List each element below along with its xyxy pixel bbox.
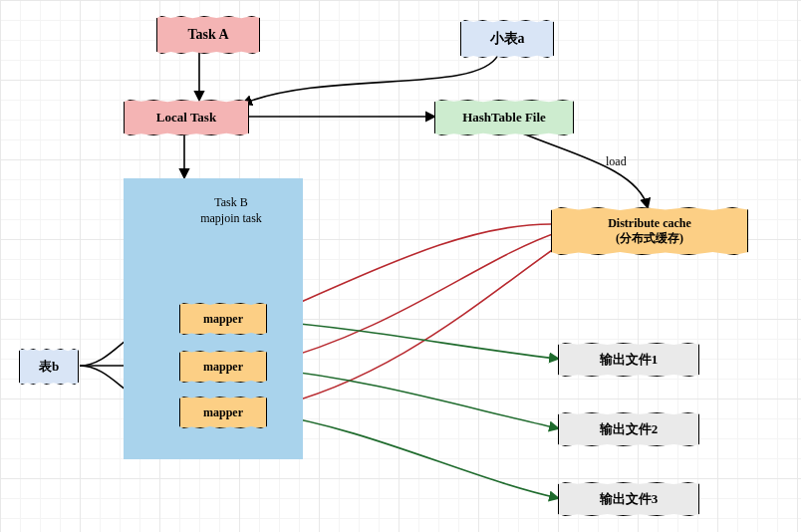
node-taskB-label: Task B mapjoin task: [171, 195, 291, 226]
node-mapper3-label: mapper: [203, 405, 243, 420]
node-dist-cache-label: Distribute cache (分布式缓存): [608, 216, 691, 246]
node-out1: 输出文件1: [558, 343, 699, 377]
node-mapper2: mapper: [179, 351, 267, 383]
node-mapper2-label: mapper: [203, 360, 243, 375]
edge-cache-mapper1: [267, 224, 551, 317]
node-tableB-label: 表b: [39, 358, 59, 376]
edge-mapper3-out3: [266, 413, 558, 498]
edge-hashTable-distCache: [523, 133, 648, 207]
edges-layer: [0, 0, 801, 532]
node-hashtable: HashTable File: [434, 100, 574, 135]
node-local-task: Local Task: [124, 100, 249, 135]
edge-mapper1-out1: [266, 321, 558, 359]
node-mapper1-label: mapper: [203, 312, 243, 327]
node-out2: 输出文件2: [558, 412, 699, 446]
node-local-task-label: Local Task: [156, 110, 216, 126]
node-small-table: 小表a: [460, 20, 554, 58]
edge-cache-mapper3: [267, 237, 571, 408]
node-mapper1: mapper: [179, 303, 267, 335]
node-out3: 输出文件3: [558, 482, 699, 516]
node-out3-label: 输出文件3: [600, 490, 659, 508]
node-dist-cache: Distribute cache (分布式缓存): [551, 207, 748, 255]
node-tableB: 表b: [19, 349, 79, 385]
node-mapper3: mapper: [179, 397, 267, 428]
node-out1-label: 输出文件1: [600, 351, 659, 369]
edge-mapper2-out2: [266, 369, 558, 428]
node-taskA: Task A: [156, 16, 260, 54]
node-taskA-label: Task A: [187, 27, 228, 43]
edge-label-load: load: [606, 154, 627, 169]
node-out2-label: 输出文件2: [600, 420, 659, 438]
node-small-table-label: 小表a: [490, 30, 525, 48]
edge-smallTable-localTask: [243, 55, 498, 104]
node-hashtable-label: HashTable File: [462, 110, 546, 126]
